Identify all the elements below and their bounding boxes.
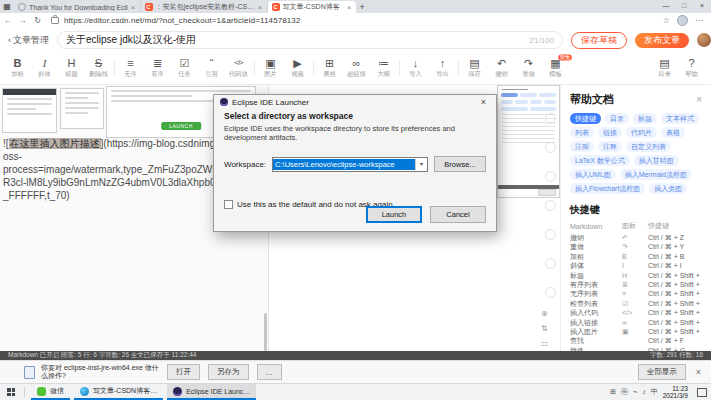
new-tab-button[interactable]: + bbox=[360, 1, 365, 13]
toolbar-video-button[interactable]: ▶视频 bbox=[284, 57, 311, 79]
download-more-button[interactable]: … bbox=[257, 364, 283, 380]
help-tag-comment[interactable]: 注释 bbox=[598, 141, 622, 152]
sync-scroll-icon[interactable]: ⇅ bbox=[541, 324, 549, 333]
action-center-icon[interactable] bbox=[697, 388, 707, 397]
network-icon[interactable]: ⌁ bbox=[633, 388, 637, 396]
help-tag-custom-list[interactable]: 自定义列表 bbox=[626, 141, 671, 152]
import-icon: ↓ bbox=[402, 57, 429, 69]
save-draft-button[interactable]: 保存草稿 bbox=[571, 32, 627, 49]
download-save-as-button[interactable]: 另存为 bbox=[208, 364, 249, 380]
toolbar-import-button[interactable]: ↓导入 bbox=[402, 57, 429, 79]
toolbar-quote-button[interactable]: “引用 bbox=[198, 57, 225, 79]
help-tag-class-diagram[interactable]: 插入类图 bbox=[649, 183, 687, 194]
editor-scrollbar[interactable] bbox=[264, 313, 267, 351]
address-bar[interactable]: https://editor.csdn.net/md/?not_checkout… bbox=[64, 16, 663, 25]
window-maximize-button[interactable]: □ bbox=[675, 0, 693, 12]
back-to-articles-link[interactable]: ‹ 文章管理 bbox=[0, 34, 57, 47]
download-show-all-button[interactable]: 全部显示 bbox=[638, 364, 686, 380]
forward-icon[interactable]: → bbox=[15, 16, 30, 25]
input-method-icon[interactable]: 中 bbox=[651, 388, 658, 396]
help-tag-uml[interactable]: 插入UML图 bbox=[570, 169, 616, 180]
download-bar-close-icon[interactable]: × bbox=[696, 367, 701, 377]
toolbar-toc-button[interactable]: ▤目录 bbox=[651, 57, 678, 79]
toolbar-save-button[interactable]: ▤保存 bbox=[461, 57, 488, 79]
publish-button[interactable]: 发布文章 bbox=[635, 33, 689, 48]
toolbar-italic-button[interactable]: I斜体 bbox=[31, 57, 58, 79]
tab-close-icon[interactable]: × bbox=[347, 3, 352, 12]
help-tag-latex[interactable]: LaTeX 数学公式 bbox=[570, 155, 630, 166]
toolbar-export-button[interactable]: ↑导出 bbox=[429, 57, 456, 79]
browser-tab-3-active[interactable]: C 写文章-CSDN博客 × bbox=[268, 1, 356, 13]
browser-menu-icon[interactable]: ⋯ bbox=[695, 16, 703, 25]
browser-tab-1[interactable]: Thank You for Downloading Ecli × bbox=[14, 1, 141, 13]
help-tag-mermaid[interactable]: 插入Mermaid流程图 bbox=[620, 169, 692, 180]
toolbar-unordered-list-button[interactable]: ≡无序 bbox=[117, 57, 144, 79]
default-workspace-checkbox[interactable] bbox=[224, 200, 233, 209]
profile-icon[interactable] bbox=[677, 15, 688, 26]
favorite-star-icon[interactable]: ☆ bbox=[663, 16, 670, 25]
strikethrough-icon: S bbox=[85, 57, 112, 69]
help-tag-code[interactable]: 代码片 bbox=[626, 127, 657, 138]
browse-button[interactable]: Browse... bbox=[434, 156, 486, 172]
help-tag-footnote[interactable]: 注脚 bbox=[570, 141, 594, 152]
article-title-input[interactable]: 关于eclipse jdk以及汉化-使用 21/100 bbox=[57, 31, 563, 49]
download-open-button[interactable]: 打开 bbox=[167, 364, 200, 380]
csdn-icon: C bbox=[145, 3, 153, 11]
start-button[interactable] bbox=[0, 384, 22, 400]
launch-button[interactable]: Launch bbox=[366, 206, 422, 223]
volume-icon[interactable]: ♪ bbox=[642, 388, 646, 396]
toolbar-heading-button[interactable]: H标题 bbox=[58, 57, 85, 79]
toolbar-help-button[interactable]: ?帮助 bbox=[678, 57, 705, 79]
help-tag-text-style[interactable]: 文本样式 bbox=[661, 113, 699, 124]
dialog-title: Eclipse IDE Launcher bbox=[232, 98, 473, 107]
cancel-button[interactable]: Cancel bbox=[430, 206, 486, 223]
back-icon[interactable]: ← bbox=[0, 16, 15, 25]
taskbar-app-eclipse[interactable]: Eclipse IDE Launc… bbox=[167, 384, 256, 400]
scroll-sync-target-icon[interactable]: ⊕ bbox=[541, 309, 549, 318]
window-minimize-button[interactable]: — bbox=[657, 0, 675, 12]
toolbar-template-button[interactable]: 限免▦模板 bbox=[542, 57, 569, 79]
chevron-down-icon[interactable]: ▾ bbox=[415, 159, 427, 170]
tab-actions-icon[interactable]: ▦ bbox=[0, 1, 14, 13]
toolbar-ordered-list-button[interactable]: ≣有序 bbox=[144, 57, 171, 79]
toolbar-image-button[interactable]: ▣图片 bbox=[257, 57, 284, 79]
toolbar-link-button[interactable]: ∞超链接 bbox=[343, 57, 370, 79]
help-close-icon[interactable]: × bbox=[696, 94, 702, 105]
shortcut-row: 斜体ICtrl / ⌘ + I bbox=[570, 261, 702, 270]
side-quick-buttons[interactable] bbox=[545, 113, 556, 298]
dialog-title-bar[interactable]: Eclipse IDE Launcher × bbox=[214, 95, 496, 109]
toolbar-separator bbox=[313, 60, 314, 76]
avatar[interactable] bbox=[697, 33, 711, 47]
screenshot-thumbnail-2 bbox=[60, 88, 104, 129]
window-close-button[interactable]: × bbox=[693, 0, 711, 12]
taskbar-clock[interactable]: 11:23 2021/3/9 bbox=[663, 385, 688, 399]
toolbar-code-block-button[interactable]: </>代码块 bbox=[225, 57, 252, 79]
toolbar-undo-button[interactable]: ↶撤销 bbox=[488, 57, 515, 79]
workspace-combo[interactable]: C:\Users\Lenovo\eclipse-workspace ▾ bbox=[272, 157, 428, 172]
help-tag-flowchart[interactable]: 插入Flowchart流程图 bbox=[570, 183, 645, 194]
tray-app-icon[interactable]: ⓔ bbox=[621, 388, 628, 396]
toolbar-table-button[interactable]: ⊞表格 bbox=[316, 57, 343, 79]
reload-icon[interactable]: ↻ bbox=[30, 16, 45, 25]
toolbar-task-list-button[interactable]: ☑任务 bbox=[171, 57, 198, 79]
taskbar-app-wechat[interactable]: 微信 bbox=[31, 384, 70, 400]
tab-close-icon[interactable]: × bbox=[131, 3, 136, 12]
browser-tab-2[interactable]: C ：安装包|eclipse安装教程-CSDN × bbox=[141, 1, 268, 13]
toolbar-bold-button[interactable]: B加粗 bbox=[4, 57, 31, 79]
help-tag-shortcuts[interactable]: 快捷键 bbox=[570, 113, 601, 124]
help-tag-heading[interactable]: 标题 bbox=[633, 113, 657, 124]
tab-close-icon[interactable]: × bbox=[258, 3, 263, 12]
taskbar-app-edge[interactable]: 写文章-CSDN博客… bbox=[74, 384, 163, 400]
dialog-close-icon[interactable]: × bbox=[477, 97, 490, 107]
toolbar-redo-button[interactable]: ↷重做 bbox=[515, 57, 542, 79]
help-tag-table[interactable]: 表格 bbox=[661, 127, 685, 138]
help-icon: ? bbox=[678, 57, 705, 69]
hidden-icons-icon[interactable]: ⊞ bbox=[610, 388, 616, 396]
help-tag-gantt[interactable]: 插入甘特图 bbox=[634, 155, 679, 166]
help-tag-link[interactable]: 链接 bbox=[598, 127, 622, 138]
help-tag-list[interactable]: 列表 bbox=[570, 127, 594, 138]
preview-mode-icon[interactable]: ▭ bbox=[541, 339, 549, 348]
help-tag-toc[interactable]: 目录 bbox=[605, 113, 629, 124]
toolbar-strikethrough-button[interactable]: S删除线 bbox=[85, 57, 112, 79]
toolbar-outline-button[interactable]: ≔大纲 bbox=[370, 57, 397, 79]
